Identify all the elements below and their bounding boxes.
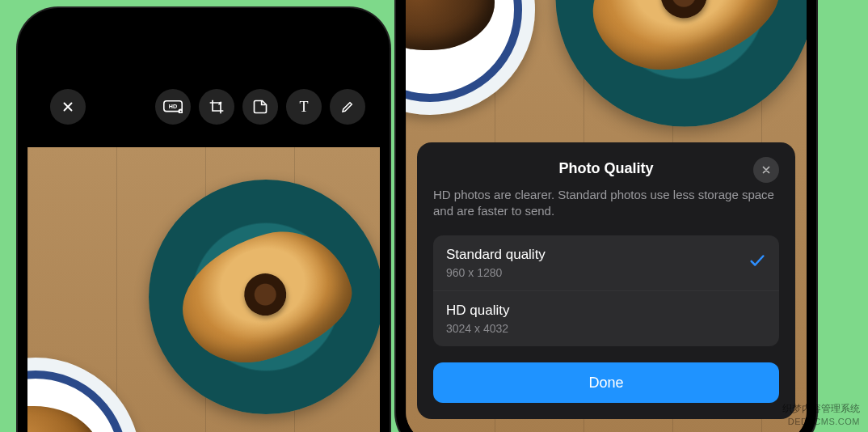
croissant [577, 0, 792, 87]
croissant [168, 216, 364, 377]
phone-frame-right: Photo Quality HD photos are clearer. Sta… [396, 0, 816, 432]
sheet-header: Photo Quality [433, 160, 779, 177]
phone-frame-left: HD T [18, 8, 390, 432]
photo-preview[interactable] [27, 147, 380, 432]
close-icon [61, 100, 75, 114]
pain-au-chocolat [406, 0, 495, 50]
chocolate-swirl [239, 269, 291, 320]
option-title: Standard quality [446, 247, 748, 263]
crop-icon [209, 99, 225, 115]
svg-text:HD: HD [169, 103, 177, 110]
quality-options: Standard quality 960 x 1280 HD quality 3… [433, 235, 779, 346]
option-subtitle: 3024 x 4032 [446, 322, 766, 335]
photo-quality-sheet: Photo Quality HD photos are clearer. Sta… [417, 142, 795, 420]
option-title: HD quality [446, 303, 766, 319]
checkmark-icon [748, 252, 766, 274]
hd-quality-button[interactable]: HD [155, 89, 191, 125]
option-hd-quality[interactable]: HD quality 3024 x 4032 [433, 290, 779, 346]
sheet-description: HD photos are clearer. Standard photos u… [433, 187, 779, 220]
close-icon [761, 164, 772, 176]
hd-icon: HD [163, 100, 183, 113]
dynamic-island [159, 26, 248, 50]
option-subtitle: 960 x 1280 [446, 266, 748, 279]
svg-point-3 [180, 111, 182, 112]
draw-button[interactable] [330, 89, 365, 125]
sticker-button[interactable] [242, 89, 278, 125]
crop-button[interactable] [199, 89, 234, 125]
plate-teal [149, 180, 380, 414]
phone-screen-left: HD T [27, 18, 380, 432]
close-button[interactable] [50, 89, 86, 125]
phone-screen-right: Photo Quality HD photos are clearer. Sta… [406, 0, 807, 432]
text-tool-button[interactable]: T [286, 89, 322, 125]
sticker-icon [252, 99, 268, 115]
editor-toolbar: HD T [27, 83, 380, 131]
sheet-title: Photo Quality [559, 160, 654, 177]
done-button[interactable]: Done [433, 362, 779, 403]
sheet-close-button[interactable] [753, 157, 779, 183]
watermark-line1: 织梦内容管理系统 [782, 403, 860, 416]
option-standard-quality[interactable]: Standard quality 960 x 1280 [433, 235, 779, 290]
watermark-line2: DEDECMS.COM [782, 416, 860, 427]
pencil-icon [340, 100, 355, 114]
watermark: 织梦内容管理系统 DEDECMS.COM [782, 403, 860, 427]
pastry [27, 406, 100, 432]
chocolate-swirl [655, 0, 712, 23]
text-tool-icon: T [300, 99, 309, 116]
